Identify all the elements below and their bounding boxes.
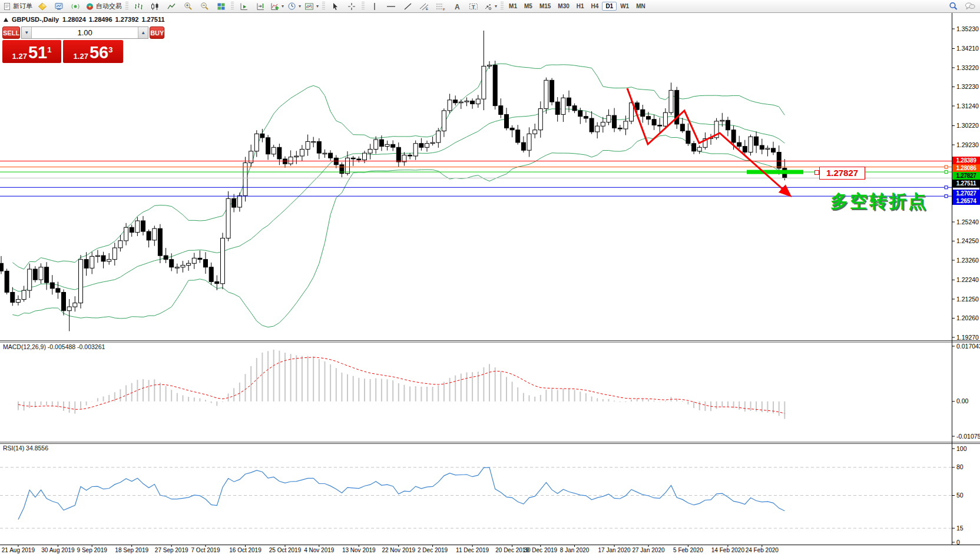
market-watch-button[interactable] xyxy=(51,1,67,12)
volume-increase-button[interactable]: ▲ xyxy=(138,27,148,38)
chart-shift-button[interactable] xyxy=(252,1,269,12)
horizontal-line-button[interactable] xyxy=(383,1,399,12)
buy-price-pip: 3 xyxy=(108,41,112,59)
macd-histogram xyxy=(18,350,785,419)
candlestick-chart-button[interactable] xyxy=(147,1,163,12)
timeframe-H4[interactable]: H4 xyxy=(588,2,602,11)
svg-text:1.33220: 1.33220 xyxy=(956,64,979,71)
trendline-button[interactable] xyxy=(399,1,416,12)
add-indicator-icon xyxy=(270,2,279,11)
horizontal-level-lines[interactable] xyxy=(0,161,952,198)
auto-trading-button[interactable]: 自动交易 xyxy=(84,1,124,12)
new-order-icon xyxy=(4,2,11,11)
signal-button[interactable] xyxy=(67,1,84,12)
price-scale-tag[interactable]: 1.26574 xyxy=(952,197,980,205)
timeframe-M5[interactable]: M5 xyxy=(521,2,536,11)
zoom-in-button[interactable] xyxy=(180,1,196,12)
auto-scroll-button[interactable] xyxy=(236,1,252,12)
svg-text:1.30220: 1.30220 xyxy=(956,122,979,129)
timeframe-M30[interactable]: M30 xyxy=(554,2,572,11)
svg-text:-0.010751: -0.010751 xyxy=(956,433,980,440)
channel-button[interactable]: E xyxy=(416,1,432,12)
arrows-button[interactable]: ▾ xyxy=(482,1,499,12)
timeframe-M15[interactable]: M15 xyxy=(536,2,554,11)
open-value: 1.28024 xyxy=(62,16,86,23)
sell-button[interactable]: SELL xyxy=(2,26,20,39)
price-scale-tag[interactable]: 1.28086 xyxy=(952,164,980,172)
svg-text:21 Aug 2019: 21 Aug 2019 xyxy=(2,547,35,553)
candles-layer xyxy=(0,31,787,331)
price-scale-tag[interactable]: 1.27027 xyxy=(952,190,980,197)
cursor-button[interactable] xyxy=(327,1,343,12)
fibonacci-button[interactable]: F xyxy=(432,1,449,12)
chart-canvas[interactable]: 1.352301.342101.332201.322301.312401.302… xyxy=(0,0,980,554)
cursor-icon xyxy=(331,2,339,11)
svg-text:1.32230: 1.32230 xyxy=(956,83,979,90)
chart-shift-icon xyxy=(256,2,265,11)
symbol-period-label: GBPUSD-,Daily xyxy=(12,16,59,23)
template-icon xyxy=(304,2,314,11)
chat-button[interactable] xyxy=(962,1,978,12)
svg-text:22 Nov 2019: 22 Nov 2019 xyxy=(382,547,415,553)
market-watch-icon xyxy=(54,2,64,11)
volume-decrease-button[interactable]: ▼ xyxy=(22,27,32,38)
crosshair-button[interactable] xyxy=(343,1,360,12)
support-zone-bar[interactable] xyxy=(747,170,803,174)
history-center-button[interactable] xyxy=(34,1,51,12)
svg-text:0.00: 0.00 xyxy=(956,397,969,404)
buy-button[interactable]: BUY xyxy=(150,26,164,39)
vertical-line-button[interactable] xyxy=(366,1,383,12)
timeframe-H1[interactable]: H1 xyxy=(573,2,588,11)
chevron-down-icon: ▾ xyxy=(495,4,497,9)
price-scale-tag[interactable]: 1.27827 xyxy=(952,172,980,180)
text-button[interactable]: A xyxy=(449,1,465,12)
buy-price-tile[interactable]: 1.27 56 3 xyxy=(63,40,123,63)
sell-price-tile[interactable]: 1.27 51 1 xyxy=(2,40,61,63)
zoom-out-icon xyxy=(200,2,209,11)
zoom-out-button[interactable] xyxy=(196,1,213,12)
period-clock-button[interactable]: ▾ xyxy=(286,1,303,12)
turning-point-annotation[interactable]: 多空转折点 xyxy=(830,190,928,214)
signal-icon xyxy=(71,2,80,11)
line-chart-button[interactable] xyxy=(163,1,180,12)
level-price-label[interactable]: 1.27827 xyxy=(819,167,865,180)
text-label-button[interactable]: T xyxy=(465,1,482,12)
auto-trading-icon xyxy=(85,2,94,11)
vertical-line-icon xyxy=(371,2,378,11)
price-scale-tag[interactable]: 1.28389 xyxy=(952,157,980,164)
buy-price-whole: 1.27 xyxy=(74,51,88,61)
svg-text:30 Aug 2019: 30 Aug 2019 xyxy=(41,547,75,553)
arrows-icon xyxy=(484,2,492,11)
price-scale-tag[interactable]: 1.27511 xyxy=(952,180,980,187)
collapse-trade-panel-icon[interactable] xyxy=(4,18,8,22)
svg-text:1.21250: 1.21250 xyxy=(956,296,979,303)
timeframe-W1[interactable]: W1 xyxy=(617,2,633,11)
svg-text:30 Dec 2019: 30 Dec 2019 xyxy=(524,547,557,553)
zoom-in-icon xyxy=(184,2,193,11)
svg-text:7 Oct 2019: 7 Oct 2019 xyxy=(191,547,220,553)
svg-text:17 Jan 2020: 17 Jan 2020 xyxy=(598,547,631,553)
timeframe-M1[interactable]: M1 xyxy=(505,2,521,11)
volume-input[interactable] xyxy=(32,27,138,38)
new-order-button[interactable]: 新订单 xyxy=(2,1,34,12)
svg-text:F: F xyxy=(443,7,445,11)
crosshair-icon xyxy=(347,2,356,11)
svg-text:15: 15 xyxy=(956,525,964,532)
toolbar-grip xyxy=(501,2,504,11)
svg-text:1.20260: 1.20260 xyxy=(956,314,979,321)
tile-windows-button[interactable] xyxy=(213,1,229,12)
bar-chart-button[interactable] xyxy=(130,1,147,12)
timeframe-MN[interactable]: MN xyxy=(633,2,649,11)
template-button[interactable]: ▾ xyxy=(303,1,320,12)
svg-text:4 Nov 2019: 4 Nov 2019 xyxy=(304,547,335,553)
trend-arrow-annotation[interactable] xyxy=(627,88,789,195)
svg-text:5 Feb 2020: 5 Feb 2020 xyxy=(673,547,703,553)
svg-text:11 Dec 2019: 11 Dec 2019 xyxy=(456,547,489,553)
trendline-icon xyxy=(403,2,412,11)
fibonacci-icon: F xyxy=(436,2,445,11)
timeframe-D1[interactable]: D1 xyxy=(602,2,617,11)
level-label-handle[interactable] xyxy=(815,170,819,175)
toolbar: 新订单 自动交易 ▾ ▾ xyxy=(0,0,980,13)
search-button[interactable] xyxy=(945,1,962,12)
add-indicator-button[interactable]: ▾ xyxy=(269,1,286,12)
